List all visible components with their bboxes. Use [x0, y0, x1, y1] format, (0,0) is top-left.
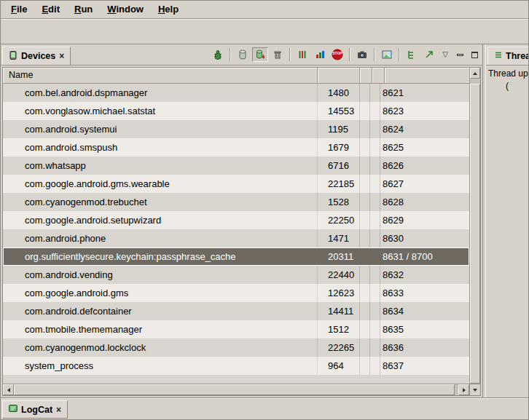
menu-file-mnemonic: F — [11, 4, 17, 15]
scroll-left-button[interactable] — [3, 384, 14, 395]
cell-pid: 14553 — [318, 102, 360, 120]
cell-extra2 — [370, 138, 380, 156]
cell-pid: 964 — [318, 357, 360, 375]
debug-icon[interactable] — [210, 47, 226, 62]
menu-edit-label: dit — [48, 4, 60, 15]
cell-pid: 20311 — [318, 247, 360, 266]
menu-help[interactable]: Help — [151, 1, 186, 17]
cell-pid: 1512 — [318, 320, 360, 338]
cell-port: 8632 — [380, 266, 469, 284]
cell-port: 8626 — [380, 156, 469, 175]
view-menu-icon[interactable]: ▽ — [439, 48, 452, 61]
scroll-down-button[interactable] — [469, 384, 480, 395]
cell-extra1 — [360, 138, 370, 156]
cell-extra2 — [370, 175, 380, 193]
cell-extra1 — [360, 193, 370, 211]
table-row[interactable]: com.whatsapp 6716 8626 — [3, 156, 469, 175]
view-hierarchy-icon[interactable] — [379, 47, 395, 62]
cell-name: com.whatsapp — [3, 156, 318, 175]
device-tab-icon — [8, 50, 18, 63]
cell-port: 8631 / 8700 — [380, 247, 469, 266]
cell-extra1 — [360, 211, 370, 229]
app-window: File Edit Run Window Help Devices × — [0, 0, 529, 420]
cell-name: com.google.android.gms.wearable — [3, 175, 318, 193]
table-row[interactable]: system_process 964 8637 — [3, 357, 469, 375]
table-row[interactable]: com.android.vending 22440 8632 — [3, 266, 469, 284]
column-header-name[interactable]: Name — [3, 68, 318, 83]
maximize-icon[interactable] — [468, 48, 481, 61]
vertical-scroll-thumb[interactable] — [470, 84, 480, 384]
table-row[interactable]: com.vonglasow.michael.satstat 14553 8623 — [3, 102, 469, 120]
table-row[interactable]: com.google.android.setupwizard 22250 862… — [3, 211, 469, 229]
cell-port: 8627 — [380, 175, 469, 193]
cell-extra2 — [370, 266, 380, 284]
cell-extra1 — [360, 156, 370, 175]
minimize-icon[interactable] — [453, 48, 466, 61]
cell-port: 8630 — [380, 229, 469, 247]
cell-name: com.android.vending — [3, 266, 318, 284]
cell-port: 8628 — [380, 193, 469, 211]
logcat-tab-icon — [8, 403, 18, 416]
cell-extra2 — [370, 156, 380, 175]
scroll-up-button[interactable] — [470, 68, 480, 79]
horizontal-scroll-thumb[interactable] — [14, 384, 455, 395]
cell-extra2 — [370, 247, 380, 266]
cell-name: com.android.systemui — [3, 120, 318, 138]
menu-window-label: indow — [116, 4, 144, 15]
cell-port: 8634 — [380, 302, 469, 320]
tree-view-icon[interactable] — [404, 47, 420, 62]
toolbar-separator — [349, 48, 350, 61]
menu-window[interactable]: Window — [100, 1, 151, 17]
cell-port: 8629 — [380, 211, 469, 229]
threads-panel: Threads Thread up ( — [485, 44, 528, 397]
cell-extra2 — [370, 102, 380, 120]
cell-port: 8635 — [380, 320, 469, 338]
column-header-pid[interactable] — [318, 68, 360, 83]
go-arrow-icon[interactable] — [421, 47, 437, 62]
start-method-profiling-icon[interactable] — [312, 47, 328, 62]
cause-gc-icon[interactable] — [270, 47, 286, 62]
cell-name: com.tmobile.thememanager — [3, 320, 318, 338]
column-header-port[interactable] — [385, 68, 469, 83]
cell-extra2 — [370, 211, 380, 229]
table-row[interactable]: com.android.phone 1471 8630 — [3, 229, 469, 247]
scroll-right-button[interactable] — [458, 384, 469, 395]
threads-message-line2: ( — [486, 81, 528, 91]
menu-edit[interactable]: Edit — [34, 1, 67, 17]
toolbar-separator — [289, 48, 291, 61]
tab-logcat[interactable]: LogCat × — [2, 400, 68, 419]
dump-hprof-icon[interactable] — [252, 47, 268, 62]
table-row[interactable]: com.cyanogenmod.lockclock 22265 8636 — [3, 338, 469, 357]
threads-tab-icon — [493, 50, 503, 62]
cell-extra2 — [370, 84, 380, 102]
column-header-extra2[interactable] — [372, 68, 385, 83]
threads-message: Thread up ( — [486, 66, 528, 397]
close-icon[interactable]: × — [58, 51, 65, 61]
tab-threads-label: Threads — [506, 51, 528, 61]
table-row[interactable]: com.android.systemui 1195 8624 — [3, 120, 469, 138]
menu-file[interactable]: File — [4, 1, 34, 17]
table-row[interactable]: org.sufficientlysecure.keychain:passphra… — [3, 247, 469, 266]
update-threads-icon[interactable] — [294, 47, 310, 62]
stop-process-icon[interactable]: STOP — [329, 47, 345, 62]
table-row[interactable]: com.google.android.gms.wearable 22185 86… — [3, 175, 469, 193]
table-row[interactable]: com.tmobile.thememanager 1512 8635 — [3, 320, 469, 338]
menu-run[interactable]: Run — [67, 1, 100, 17]
cell-pid: 1480 — [318, 84, 360, 102]
cell-port: 8625 — [380, 138, 469, 156]
table-row[interactable]: com.android.smspush 1679 8625 — [3, 138, 469, 156]
tab-threads[interactable]: Threads — [487, 47, 528, 65]
table-row[interactable]: com.cyanogenmod.trebuchet 1528 8628 — [3, 193, 469, 211]
devices-view-header: Devices × — [1, 44, 482, 66]
cell-name: com.android.defcontainer — [3, 302, 318, 320]
table-row[interactable]: com.android.defcontainer 14411 8634 — [3, 302, 469, 320]
screen-capture-icon[interactable] — [354, 47, 370, 62]
update-heap-icon[interactable] — [235, 47, 251, 62]
close-icon[interactable]: × — [55, 405, 62, 415]
table-row[interactable]: com.bel.android.dspmanager 1480 8621 — [3, 84, 469, 102]
cell-pid: 22440 — [318, 266, 360, 284]
devices-toolbar: STOP ▽ — [210, 47, 481, 65]
column-header-extra1[interactable] — [360, 68, 372, 83]
table-row[interactable]: com.google.android.gms 12623 8633 — [3, 284, 469, 302]
tab-devices[interactable]: Devices × — [2, 47, 71, 65]
